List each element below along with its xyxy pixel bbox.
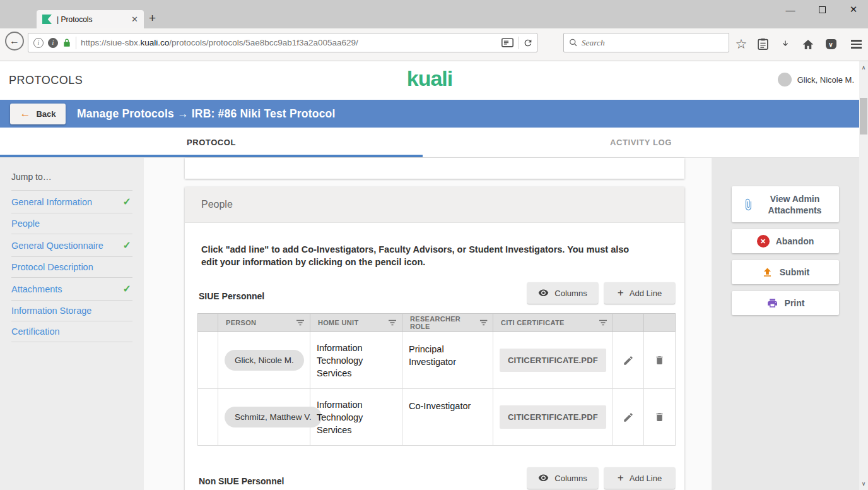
- paperclip-icon: [742, 198, 754, 212]
- home-unit-value: Information Technology Services: [317, 342, 396, 379]
- kuali-favicon-icon: [42, 15, 52, 24]
- abandon-x-icon: ✕: [757, 235, 770, 248]
- non-siue-personnel-label: Non SIUE Personnel: [197, 476, 284, 489]
- browser-tab[interactable]: | Protocols ✕: [37, 10, 144, 28]
- back-button[interactable]: ← Back: [10, 104, 66, 124]
- refresh-icon[interactable]: [523, 38, 533, 48]
- column-header-researcher-role: RESEARCHER ROLE: [410, 315, 479, 330]
- submit-upload-icon: [761, 266, 773, 278]
- tab-title: | Protocols: [57, 15, 126, 24]
- non-siue-add-line-button[interactable]: + Add Line: [604, 467, 675, 489]
- citi-certificate-file[interactable]: CITICERTIFICATE.PDF: [500, 349, 606, 372]
- scroll-down-icon[interactable]: ∨: [859, 479, 868, 489]
- section-tabs: PROTOCOL ACTIVITY LOG: [0, 128, 859, 158]
- table-header-row: PERSON HOME UNIT RESEARCHER ROLE CITI CE…: [198, 314, 676, 332]
- filter-icon[interactable]: [479, 320, 488, 326]
- breadcrumb-bar: ← Back Manage Protocols → IRB: #86 Niki …: [0, 100, 859, 128]
- person-chip: Schmitz, Matthew V.: [225, 407, 322, 427]
- page-scrollbar[interactable]: ∧ ∨: [859, 61, 868, 490]
- delete-trash-icon[interactable]: [654, 411, 665, 423]
- citi-certificate-file[interactable]: CITICERTIFICATE.PDF: [500, 405, 606, 429]
- previous-section-card: [185, 158, 684, 179]
- divider: [76, 37, 76, 49]
- new-tab-button[interactable]: +: [149, 11, 156, 25]
- bookmarks-sidebar-icon[interactable]: [754, 36, 771, 52]
- sidebar-item-general-questionnaire[interactable]: General Questionnaire✓: [11, 234, 132, 257]
- people-instructions: Click "add line" to add Co-Investigators…: [201, 243, 643, 268]
- sidebar-item-information-storage[interactable]: Information Storage: [11, 301, 132, 321]
- user-menu[interactable]: Glick, Nicole M.: [778, 73, 854, 87]
- filter-icon[interactable]: [599, 320, 607, 326]
- person-chip: Glick, Nicole M.: [225, 350, 304, 371]
- printer-icon: [766, 297, 778, 309]
- main-content: People Click "add line" to add Co-Invest…: [144, 158, 712, 490]
- researcher-role-value: Principal Investigator: [409, 343, 486, 368]
- scrollbar-thumb[interactable]: [860, 98, 867, 134]
- back-arrow-icon: ←: [20, 107, 30, 120]
- eye-icon: [538, 474, 549, 482]
- url-text[interactable]: https://siue-sbx.kuali.co/protocols/prot…: [81, 38, 497, 47]
- eye-icon: [538, 289, 549, 297]
- browser-back-button[interactable]: ←: [5, 32, 24, 51]
- non-siue-columns-button[interactable]: Columns: [527, 467, 598, 489]
- abandon-button[interactable]: ✕ Abandon: [732, 229, 839, 253]
- search-input[interactable]: [582, 38, 724, 48]
- table-row: Glick, Nicole M. Information Technology …: [198, 332, 676, 389]
- page-info-icon[interactable]: i: [33, 38, 44, 48]
- maximize-button[interactable]: [815, 3, 829, 16]
- home-icon[interactable]: [800, 36, 816, 52]
- https-lock-icon[interactable]: [62, 38, 71, 48]
- sidebar-item-attachments[interactable]: Attachments✓: [11, 278, 132, 301]
- home-unit-value: Information Technology Services: [317, 398, 396, 436]
- column-header-person: PERSON: [226, 319, 256, 326]
- plus-icon: +: [618, 472, 624, 484]
- minimize-button[interactable]: —: [783, 3, 797, 16]
- pocket-icon[interactable]: ∨: [823, 36, 839, 52]
- close-window-button[interactable]: ✕: [847, 3, 860, 16]
- check-icon: ✓: [123, 196, 131, 208]
- edit-pencil-icon[interactable]: [623, 355, 634, 366]
- check-icon: ✓: [123, 239, 131, 251]
- divider: [518, 37, 519, 49]
- scroll-up-icon[interactable]: ∧: [859, 63, 868, 73]
- submit-button[interactable]: Submit: [732, 260, 839, 284]
- edit-pencil-icon[interactable]: [623, 412, 634, 423]
- siue-columns-button[interactable]: Columns: [527, 282, 598, 304]
- tab-close-icon[interactable]: ✕: [131, 15, 138, 24]
- delete-trash-icon[interactable]: [654, 354, 665, 366]
- search-icon: [569, 38, 578, 47]
- filter-icon[interactable]: [388, 320, 397, 326]
- people-section-title: People: [201, 199, 233, 210]
- search-box[interactable]: [563, 33, 729, 52]
- filter-icon[interactable]: [296, 320, 305, 326]
- kuali-protocols-page: PROTOCOLS kuali Glick, Nicole M. ← Back …: [0, 61, 859, 490]
- print-button[interactable]: Print: [732, 291, 839, 315]
- table-row: Schmitz, Matthew V. Information Technolo…: [198, 389, 676, 446]
- tab-protocol[interactable]: PROTOCOL: [0, 128, 423, 158]
- column-header-home-unit: HOME UNIT: [318, 319, 358, 326]
- avatar: [778, 73, 792, 87]
- kuali-logo: kuali: [0, 66, 859, 91]
- bookmark-star-icon[interactable]: ☆: [733, 36, 749, 52]
- people-section-card: People Click "add line" to add Co-Invest…: [185, 187, 684, 490]
- sidebar-item-people[interactable]: People: [11, 213, 132, 234]
- app-header: PROTOCOLS kuali Glick, Nicole M.: [0, 61, 859, 100]
- tab-activity-log[interactable]: ACTIVITY LOG: [423, 128, 859, 158]
- people-section-header: People: [185, 187, 684, 223]
- jump-to-sidebar: Jump to… General Information✓ People Gen…: [0, 158, 144, 490]
- reader-mode-icon[interactable]: [501, 38, 513, 47]
- view-admin-attachments-button[interactable]: View Admin Attachments: [732, 186, 839, 222]
- browser-toolbar: ← i i https://siue-sbx.kuali.co/protocol…: [0, 28, 868, 61]
- permissions-icon[interactable]: i: [48, 38, 58, 48]
- jump-to-title: Jump to…: [11, 172, 132, 191]
- siue-personnel-label: SIUE Personnel: [197, 291, 264, 304]
- sidebar-item-general-information[interactable]: General Information✓: [11, 191, 132, 213]
- menu-hamburger-icon[interactable]: [848, 36, 864, 52]
- downloads-icon[interactable]: [777, 36, 794, 52]
- active-tab-indicator: [0, 155, 423, 157]
- window-titlebar: | Protocols ✕ + — ✕: [0, 0, 868, 28]
- sidebar-item-protocol-description[interactable]: Protocol Description: [11, 257, 132, 278]
- address-bar[interactable]: i i https://siue-sbx.kuali.co/protocols/…: [28, 33, 537, 52]
- siue-add-line-button[interactable]: + Add Line: [604, 282, 675, 304]
- sidebar-item-certification[interactable]: Certification: [11, 321, 132, 342]
